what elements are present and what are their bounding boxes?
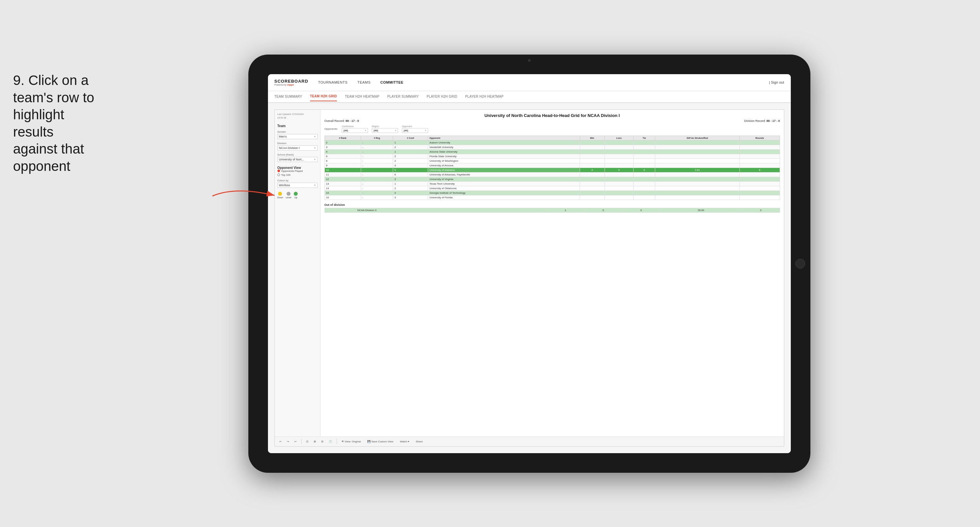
- col-diff: Diff Av Strokes/Rnd: [655, 135, 740, 140]
- tablet-screen: SCOREBOARD Powered by clippd TOURNAMENTS…: [268, 74, 791, 453]
- sub-nav-player-summary[interactable]: PLAYER SUMMARY: [387, 92, 419, 101]
- radio-top-100[interactable]: Top 100: [277, 174, 318, 177]
- overall-record: Overall Record: 89 - 17 - 0: [325, 119, 359, 123]
- colour-legend: Down Level Up: [277, 192, 318, 199]
- clock-button[interactable]: 🕐: [327, 439, 334, 444]
- instruction-text: 9. Click on a team's row to highlight re…: [13, 72, 98, 175]
- save-icon: 💾: [367, 440, 371, 443]
- toolbar-tools: ⊡ ⊞ ⊟ 🕐: [304, 439, 334, 444]
- sub-nav-player-h2h-heatmap[interactable]: PLAYER H2H HEATMAP: [465, 92, 504, 101]
- tablet-device: SCOREBOARD Powered by clippd TOURNAMENTS…: [248, 54, 810, 473]
- gender-filter: Gender Men's: [277, 131, 318, 139]
- conference-filter-select[interactable]: (All): [342, 128, 368, 133]
- table-row[interactable]: 8-2 University of Washington: [325, 158, 780, 163]
- colour-by-section: Colour by Win/loss: [277, 179, 318, 188]
- school-select[interactable]: University of Nort...: [277, 157, 318, 162]
- sub-nav-team-h2h-heatmap[interactable]: TEAM H2H HEATMAP: [345, 92, 379, 101]
- sub-nav-team-h2h-grid[interactable]: TEAM H2H GRID: [310, 92, 337, 101]
- radio-dot-top100: [277, 174, 280, 176]
- division-select[interactable]: NCAA Division I: [277, 145, 318, 151]
- table-row[interactable]: 3-2 Vanderbilt University: [325, 145, 780, 149]
- colour-up: Up: [294, 192, 298, 199]
- colour-by-select[interactable]: Win/loss: [277, 183, 318, 188]
- table-row[interactable]: 11-6 University of Arkansas, Fayettevill…: [325, 172, 780, 177]
- col-opponent: Opponent: [428, 135, 580, 140]
- col-reg: # Reg: [361, 135, 393, 140]
- division-record: Division Record: 88 - 17 - 0: [744, 119, 780, 123]
- table-row[interactable]: 13-1 Texas Tech University: [325, 182, 780, 186]
- undo-button[interactable]: ↩: [277, 439, 284, 444]
- opponent-view-section: Opponent View Opponents Played Top 100: [277, 165, 318, 177]
- table-row[interactable]: 4-1 Arizona State University: [325, 149, 780, 154]
- table-row-ood[interactable]: NCAA Division II 1 0 0 26.00 3: [325, 208, 780, 212]
- grid-title: University of North Carolina Head-to-Hea…: [325, 113, 780, 118]
- logo-text: SCOREBOARD: [275, 79, 309, 84]
- nav-items: TOURNAMENTS TEAMS COMMITTEE: [318, 79, 769, 86]
- tool-3[interactable]: ⊟: [319, 439, 326, 444]
- instruction-body: Click on a team's row to highlight resul…: [13, 73, 94, 174]
- tableau-body: Last Updated: 27/03/2024 16:55:38 Team G…: [275, 110, 784, 436]
- colour-down: Down: [277, 192, 283, 199]
- tableau-toolbar: ↩ ↪ ↩ ⊡ ⊞ ⊟ 🕐 👁 View: Original: [275, 436, 784, 446]
- region-filter-group: Region (All): [372, 125, 398, 133]
- colour-level: Level: [286, 192, 291, 199]
- table-row[interactable]: 12-3 University of Virginia: [325, 177, 780, 182]
- opponent-filter-select[interactable]: (All): [402, 128, 428, 133]
- col-win: Win: [580, 135, 605, 140]
- step-number: 9.: [13, 73, 24, 88]
- logo-area: SCOREBOARD Powered by clippd: [275, 79, 309, 86]
- col-conf: # Conf: [393, 135, 428, 140]
- toolbar-undo-group: ↩ ↪ ↩: [277, 439, 299, 444]
- view-original-button[interactable]: 👁 View: Original: [339, 439, 363, 444]
- col-loss: Loss: [605, 135, 633, 140]
- table-row[interactable]: 16-3 University of Florida: [325, 195, 780, 200]
- last-updated: Last Updated: 27/03/2024 16:55:38: [277, 113, 318, 120]
- out-of-division-table: NCAA Division II 1 0 0 26.00 3: [325, 208, 780, 213]
- table-row-alabama[interactable]: 10-5 University of Alabama 3 0 0 2.61 8: [325, 167, 780, 172]
- nav-committee[interactable]: COMMITTEE: [380, 79, 404, 86]
- col-rounds: Rounds: [740, 135, 780, 140]
- table-row[interactable]: 2-1 Auburn University: [325, 140, 780, 145]
- team-section-title: Team: [277, 124, 318, 128]
- school-filter: School (Rank) University of Nort...: [277, 153, 318, 162]
- out-of-division-section: Out of division NCAA Division II 1: [325, 203, 780, 213]
- back-button[interactable]: ↩: [293, 439, 299, 444]
- tablet-home-button[interactable]: [795, 259, 805, 269]
- table-row[interactable]: 9-3 University of Arizona: [325, 163, 780, 167]
- watch-button[interactable]: Watch ▾: [398, 439, 411, 444]
- tool-1[interactable]: ⊡: [304, 439, 310, 444]
- toolbar-sep-1: [301, 439, 302, 444]
- redo-button[interactable]: ↪: [285, 439, 291, 444]
- toolbar-sep-2: [337, 439, 337, 444]
- sub-nav-player-h2h-grid[interactable]: PLAYER H2H GRID: [427, 92, 458, 101]
- col-rank: # Rank: [325, 135, 361, 140]
- conference-filter-group: Conference (All): [342, 125, 368, 133]
- filters-row: Opponents: Conference (All) Region (: [325, 125, 780, 133]
- region-filter-select[interactable]: (All): [372, 128, 398, 133]
- colour-dot-down: [278, 192, 282, 196]
- sign-out-link[interactable]: | Sign out: [769, 80, 784, 84]
- logo-subtext: Powered by clippd: [275, 84, 309, 86]
- grid-content-area: University of North Carolina Head-to-Hea…: [321, 110, 784, 436]
- filter-sidebar: Last Updated: 27/03/2024 16:55:38 Team G…: [275, 110, 321, 436]
- sub-nav-team-summary[interactable]: TEAM SUMMARY: [275, 92, 302, 101]
- nav-tournaments[interactable]: TOURNAMENTS: [318, 79, 347, 86]
- nav-teams[interactable]: TEAMS: [358, 79, 371, 86]
- save-custom-view-button[interactable]: 💾 Save Custom View: [365, 439, 395, 444]
- tableau-wrapper: Last Updated: 27/03/2024 16:55:38 Team G…: [275, 110, 784, 447]
- view-icon: 👁: [342, 440, 344, 443]
- table-row[interactable]: 15-4 Georgia Institute of Technology: [325, 191, 780, 195]
- table-row[interactable]: 14-2 University of Oklahoma: [325, 186, 780, 191]
- colour-dot-up: [294, 192, 298, 196]
- division-filter: Division NCAA Division I: [277, 142, 318, 151]
- opponent-filter-group: Opponent (All): [402, 125, 428, 133]
- share-button[interactable]: Share: [414, 439, 425, 444]
- table-header-row: # Rank # Reg # Conf Opponent Win Loss Ti…: [325, 135, 780, 140]
- tablet-camera: [528, 59, 531, 62]
- radio-opponents-played[interactable]: Opponents Played: [277, 170, 318, 172]
- table-row[interactable]: 6-2 Florida State University: [325, 154, 780, 158]
- col-tie: Tie: [633, 135, 655, 140]
- top-navigation: SCOREBOARD Powered by clippd TOURNAMENTS…: [268, 74, 791, 91]
- gender-select[interactable]: Men's: [277, 134, 318, 139]
- tool-2[interactable]: ⊞: [312, 439, 318, 444]
